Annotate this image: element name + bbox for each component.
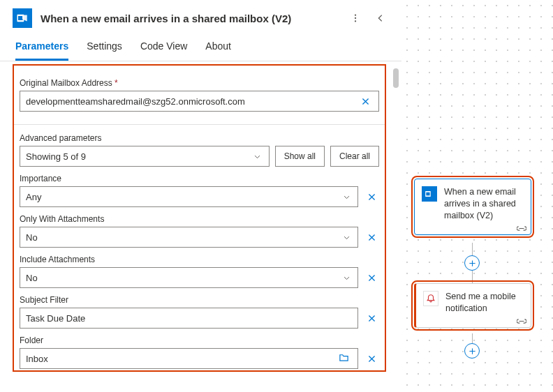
add-step-button[interactable]: [464, 255, 480, 271]
chevron-down-icon: [341, 272, 352, 283]
remove-include-attach-icon[interactable]: [364, 270, 379, 285]
chevron-down-icon: [252, 151, 263, 162]
scrollbar-thumb[interactable]: [393, 68, 399, 88]
tab-code-view[interactable]: Code View: [140, 40, 187, 61]
outlook-icon: [422, 186, 437, 202]
svg-point-4: [355, 20, 356, 22]
clear-mailbox-icon[interactable]: [357, 93, 373, 109]
importance-select[interactable]: Any: [20, 186, 358, 207]
collapse-icon[interactable]: [372, 10, 389, 27]
folder-label: Folder: [20, 336, 379, 345]
page-title: When a new email arrives in a shared mai…: [40, 13, 339, 24]
more-icon[interactable]: [347, 10, 364, 27]
mailbox-input[interactable]: developmentteamsharedmail@szg52.onmicros…: [20, 91, 379, 112]
advanced-label: Advanced parameters: [20, 133, 379, 143]
svg-rect-6: [426, 193, 429, 196]
clear-all-button[interactable]: Clear all: [330, 146, 379, 167]
show-all-button[interactable]: Show all: [275, 146, 325, 167]
link-icon: [517, 318, 526, 324]
only-attach-select[interactable]: No: [20, 227, 358, 248]
chevron-down-icon: [341, 232, 352, 243]
folder-input[interactable]: Inbox: [20, 348, 358, 369]
tab-about[interactable]: About: [205, 40, 231, 61]
subject-label: Subject Filter: [20, 295, 379, 305]
connector-line: [472, 271, 473, 283]
flow-card-action[interactable]: Send me a mobile notification: [414, 283, 531, 328]
remove-only-attach-icon[interactable]: [364, 229, 379, 245]
tab-bar: Parameters Settings Code View About: [0, 28, 401, 61]
svg-point-3: [355, 17, 356, 19]
advanced-select[interactable]: Showing 5 of 9: [20, 146, 270, 167]
flow-card-trigger[interactable]: When a new email arrives in a shared mai…: [414, 179, 531, 235]
only-attach-label: Only With Attachments: [20, 214, 379, 224]
svg-point-2: [355, 14, 356, 15]
outlook-icon: [13, 8, 32, 28]
svg-rect-1: [18, 16, 23, 20]
subject-input[interactable]: Task Due Date: [20, 308, 358, 329]
connector-line: [472, 243, 473, 255]
remove-importance-icon[interactable]: [364, 189, 379, 204]
include-attach-label: Include Attachments: [20, 255, 379, 264]
folder-picker-icon[interactable]: [339, 352, 349, 365]
include-attach-select[interactable]: No: [20, 267, 358, 288]
flow-canvas[interactable]: When a new email arrives in a shared mai…: [401, 0, 553, 392]
chevron-down-icon: [341, 191, 352, 202]
importance-label: Importance: [20, 174, 379, 183]
remove-subject-icon[interactable]: [364, 310, 379, 326]
link-icon: [517, 225, 526, 232]
mailbox-label: Original Mailbox Address *: [20, 78, 379, 88]
add-step-button[interactable]: [464, 343, 480, 359]
tab-settings[interactable]: Settings: [87, 40, 122, 61]
highlighted-region: Original Mailbox Address * developmentte…: [13, 64, 386, 372]
connector-line: [472, 333, 473, 343]
bell-icon: [423, 291, 438, 306]
remove-folder-icon[interactable]: [364, 351, 379, 366]
tab-parameters[interactable]: Parameters: [15, 40, 68, 61]
